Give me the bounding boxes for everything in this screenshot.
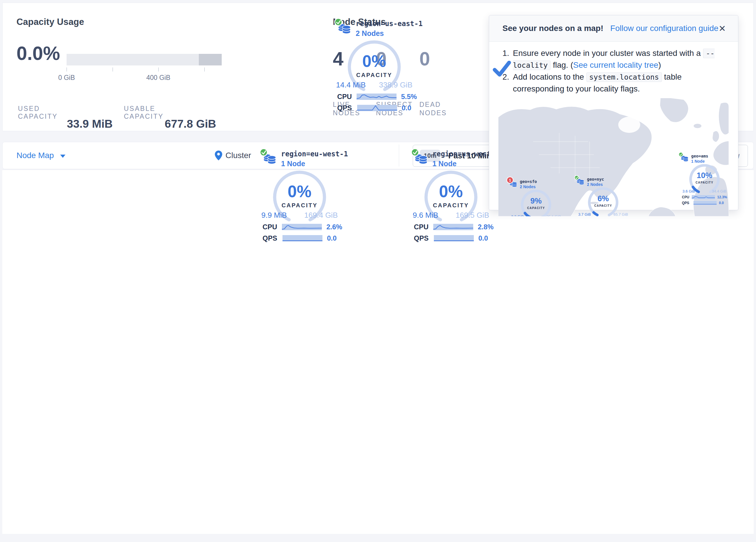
usable-capacity-label: USABLE CAPACITY	[124, 105, 166, 120]
qps-value: 0.0	[402, 104, 411, 112]
cpu-sparkline	[357, 93, 397, 100]
code-chip: system.locations	[586, 72, 662, 82]
region-card-us-east-1[interactable]: region=us-east-1 2 Nodes 0% CAPACITY 14.…	[332, 16, 416, 112]
used-capacity: 3.7 GiB	[578, 212, 591, 216]
view-mode-label: Node Map	[16, 151, 54, 160]
total-capacity: 169.4 GiB	[304, 211, 338, 220]
capacity-percent: 0%	[422, 182, 480, 201]
capacity-percent: 0%	[345, 52, 403, 71]
used-capacity: 3.6 GiB	[682, 189, 695, 193]
usable-capacity-value: 677.8 GiB	[165, 117, 216, 130]
locality-name: geo=ams	[691, 154, 708, 158]
capacity-percent: 6%	[587, 194, 619, 203]
used-capacity-value: 33.9 MiB	[67, 117, 113, 130]
capacity-gauge-label: CAPACITY	[345, 72, 403, 78]
qps-label: QPS	[414, 234, 429, 242]
tick-label-0: 0 GiB	[58, 74, 75, 82]
close-icon[interactable]: ✕	[719, 23, 726, 34]
tick-label-400: 400 GiB	[146, 74, 170, 82]
qps-label: QPS	[263, 234, 278, 242]
region-card-eu-west-1[interactable]: region=eu-west-1 1 Node 0% CAPACITY 9.9 …	[257, 146, 342, 242]
qps-sparkline	[434, 235, 474, 241]
map-node-geo-ams: geo=ams 1 Node 10% CAPACITY 3.6 GiB 34.4	[678, 154, 729, 205]
locality-name: geo=sfo	[520, 179, 537, 184]
locality-nodes: 1 Node	[691, 159, 708, 163]
breadcrumb-label: Cluster	[225, 151, 251, 160]
capacity-gauge: 9% CAPACITY	[520, 190, 552, 216]
used-capacity: 9.9 MiB	[261, 211, 287, 220]
qps-value: 0.0	[478, 234, 488, 242]
capacity-bar-reserved-segment	[199, 54, 222, 65]
region-card-us-west-1[interactable]: region=us-west-1 1 Node 0% CAPACITY 9.6 …	[409, 146, 493, 242]
region-card-header: region=eu-west-1 1 Node	[257, 146, 342, 168]
database-icon	[263, 152, 276, 165]
qps-metric-row: QPS 0.0	[337, 104, 411, 112]
popup-header: See your nodes on a map! Follow our conf…	[489, 15, 738, 42]
dropdown-triangle-icon	[60, 155, 65, 158]
region-nodes-link[interactable]: 2 Nodes	[356, 29, 423, 38]
capacity-usage-title: Capacity Usage	[16, 17, 84, 27]
status-ok-icon	[574, 175, 579, 180]
cpu-label: CPU	[414, 223, 429, 231]
map-pin-icon	[215, 150, 222, 160]
step-text: )	[658, 60, 661, 69]
capacity-percent: 0%	[271, 182, 329, 201]
status-ok-icon	[260, 148, 268, 156]
used-capacity: 3.2 GiB	[511, 214, 524, 216]
popup-body: 1. Ensure every node in your cluster was…	[489, 42, 738, 216]
region-card-header: region=us-west-1 1 Node	[409, 146, 493, 168]
step-text: flag. (	[551, 60, 573, 69]
database-icon	[577, 178, 584, 185]
total-capacity: 338.9 GiB	[379, 80, 412, 89]
region-card-header: region=us-east-1 2 Nodes	[332, 16, 416, 38]
capacity-usage-section: Capacity Usage 0.0% 0 GiB 400 GiB USED C…	[16, 3, 320, 131]
capacity-gauge-label: CAPACITY	[689, 181, 720, 184]
configuration-guide-link[interactable]: Follow our configuration guide	[610, 24, 719, 33]
cpu-label: CPU	[682, 195, 689, 199]
cpu-value: 12.3%	[717, 195, 727, 199]
cpu-metric-row: CPU 5.5%	[337, 93, 411, 101]
capacity-gauge: 6% CAPACITY	[587, 187, 619, 216]
region-nodes-link[interactable]: 1 Node	[281, 159, 348, 168]
cpu-metric-row: CPU 12.3%	[682, 195, 727, 199]
total-capacity: 35.1 GiB	[546, 214, 561, 216]
capacity-gauge-label: CAPACITY	[271, 202, 329, 209]
dead-nodes-stat: 0 DEAD NODES	[419, 48, 466, 70]
cpu-value: 5.5%	[401, 93, 417, 101]
capacity-gauge-label: CAPACITY	[587, 204, 619, 207]
cpu-sparkline	[692, 195, 715, 199]
capacity-bar: 0 GiB 400 GiB	[67, 54, 222, 82]
capacity-gauge-label: CAPACITY	[422, 202, 480, 209]
used-capacity: 14.4 MiB	[336, 80, 366, 89]
total-capacity: 34.4 GiB	[712, 189, 726, 193]
used-capacity: 9.6 MiB	[413, 211, 438, 220]
breadcrumb[interactable]: Cluster	[215, 142, 251, 169]
locality-tree-link[interactable]: See current locality tree	[573, 60, 658, 69]
qps-sparkline	[357, 105, 397, 111]
database-icon	[338, 22, 351, 35]
status-ok-icon	[334, 18, 342, 26]
capacity-bar-ticks	[67, 67, 222, 73]
qps-label: QPS	[337, 104, 353, 112]
capacity-percent: 10%	[689, 171, 720, 180]
cpu-label: CPU	[263, 223, 277, 231]
status-ok-icon	[678, 152, 683, 157]
dead-nodes-value: 0	[419, 48, 466, 70]
capacity-percent-value: 0.0%	[16, 42, 60, 64]
region-name: region=eu-west-1	[281, 150, 348, 158]
popup-title: See your nodes on a map!	[502, 24, 603, 33]
step-text: Add locations to the	[513, 72, 586, 81]
nodes-map-popup: See your nodes on a map! Follow our conf…	[489, 15, 738, 210]
cpu-label: CPU	[337, 93, 352, 101]
total-capacity: 169.5 GiB	[456, 211, 489, 220]
database-icon	[414, 152, 428, 165]
node-map-canvas: region=us-east-1 2 Nodes 0% CAPACITY 14.…	[2, 170, 754, 534]
region-name: region=us-east-1	[356, 20, 423, 28]
setup-step-1: 1. Ensure every node in your cluster was…	[498, 47, 729, 71]
qps-label: QPS	[682, 201, 691, 205]
view-mode-dropdown[interactable]: Node Map	[16, 142, 65, 169]
node-map-preview: 1 geo=sfo 2 Nodes 9% CAPACITY	[498, 98, 729, 216]
status-ok-icon	[411, 148, 419, 156]
qps-metric-row: QPS 0.0	[414, 234, 488, 242]
cpu-sparkline	[433, 224, 473, 230]
